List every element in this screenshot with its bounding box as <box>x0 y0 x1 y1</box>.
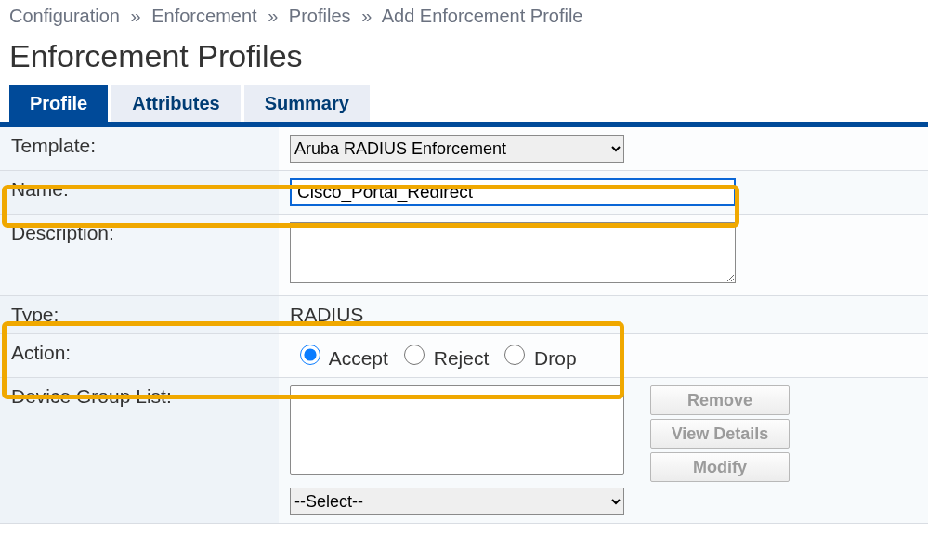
action-label: Action: <box>0 334 279 378</box>
breadcrumb-sep: » <box>131 6 141 26</box>
breadcrumb: Configuration » Enforcement » Profiles »… <box>0 0 928 31</box>
view-details-button[interactable]: View Details <box>650 419 790 449</box>
action-drop-text: Drop <box>534 347 577 369</box>
remove-button[interactable]: Remove <box>650 385 790 415</box>
action-accept-text: Accept <box>329 347 388 369</box>
profile-form: Template: Aruba RADIUS Enforcement Name:… <box>0 127 928 524</box>
page-title: Enforcement Profiles <box>9 38 928 74</box>
action-reject-text: Reject <box>434 347 490 369</box>
breadcrumb-enforcement[interactable]: Enforcement <box>151 6 256 26</box>
type-value: RADIUS <box>279 296 928 334</box>
modify-button[interactable]: Modify <box>650 452 790 482</box>
description-label: Description: <box>0 215 279 296</box>
tab-summary[interactable]: Summary <box>244 85 370 122</box>
action-drop-label[interactable]: Drop <box>500 342 576 370</box>
breadcrumb-sep: » <box>361 6 372 26</box>
breadcrumb-sep: » <box>268 6 278 26</box>
tab-attributes[interactable]: Attributes <box>111 85 240 122</box>
breadcrumb-current: Add Enforcement Profile <box>382 6 583 26</box>
tab-row: Profile Attributes Summary <box>0 85 928 122</box>
action-accept-label[interactable]: Accept <box>295 342 388 370</box>
breadcrumb-profiles[interactable]: Profiles <box>289 6 351 26</box>
breadcrumb-configuration[interactable]: Configuration <box>9 6 120 26</box>
device-group-listbox[interactable] <box>290 385 624 475</box>
action-drop-radio[interactable] <box>504 345 525 365</box>
name-input[interactable] <box>290 178 736 206</box>
action-reject-label[interactable]: Reject <box>399 342 489 370</box>
tab-profile[interactable]: Profile <box>9 85 108 122</box>
template-label: Template: <box>0 127 279 171</box>
description-textarea[interactable] <box>290 222 736 283</box>
action-radio-group: Accept Reject Drop <box>290 342 917 370</box>
template-select[interactable]: Aruba RADIUS Enforcement <box>290 135 624 163</box>
action-reject-radio[interactable] <box>404 345 425 365</box>
device-group-list-label: Device Group List: <box>0 378 279 524</box>
device-group-select[interactable]: --Select-- <box>290 488 624 515</box>
action-accept-radio[interactable] <box>300 345 320 365</box>
name-label: Name: <box>0 171 279 215</box>
type-label: Type: <box>0 296 279 334</box>
